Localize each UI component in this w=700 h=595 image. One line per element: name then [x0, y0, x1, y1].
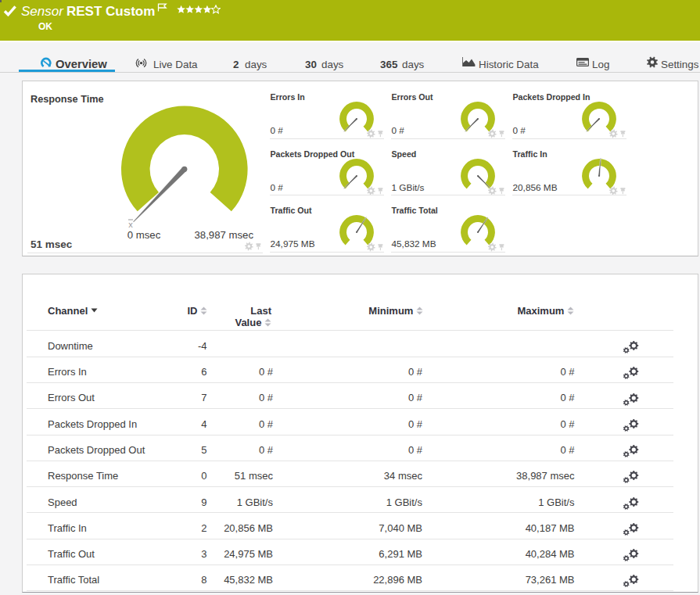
svg-text:x: x [128, 220, 133, 229]
